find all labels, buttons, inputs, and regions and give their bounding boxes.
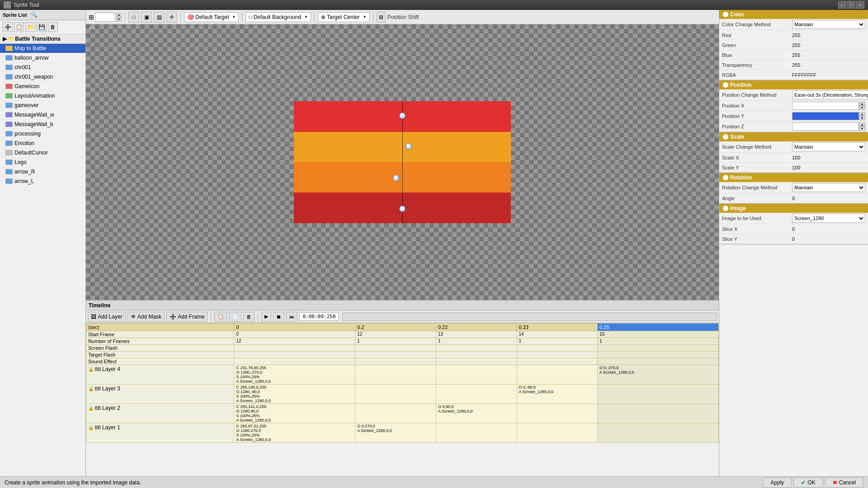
layer-kf-0.2[interactable] [355,365,436,385]
sidebar-search-icon[interactable]: 🔍 [31,12,38,18]
layer-kf-0.2[interactable] [355,385,436,404]
layer-kf-0.25[interactable] [598,385,719,404]
pos-z-up[interactable]: ▲ [859,122,865,127]
sidebar-item-arrow_L[interactable]: arrow_L [0,177,85,186]
col-0-22[interactable]: 0.22 [436,324,517,331]
pos-y-down[interactable]: ▼ [859,116,865,120]
timeline-table-wrapper[interactable]: (sec) 0 0.2 0.22 0.23 0.25 Start Frame01… [86,323,719,476]
tl-copy-btn[interactable]: 📋 [214,312,227,322]
sidebar-item-chr001_weapon[interactable]: chr001_weapon [0,72,85,82]
position-shift-icon-btn[interactable]: ⊞ [377,12,386,23]
zoom-down-btn[interactable]: ▼ [116,17,122,22]
layer-kf-0.2[interactable] [355,404,436,423]
sidebar-item-gameover[interactable]: gameover [0,101,85,110]
tl-delete-btn[interactable]: 🗑 [243,312,255,322]
tree-group-battle-transitions[interactable]: ▶ 📁 Battle Transitions [0,34,85,44]
pos-z-down[interactable]: ▼ [859,127,865,131]
layer-kf-0.22[interactable] [436,423,517,443]
layer-kf-0.25[interactable]: O 0,-270,0 A Screen_1280,0,0 [598,365,719,385]
win-maximize[interactable]: □ [847,1,855,9]
pos-z-input[interactable]: 0 [792,122,859,131]
layer-kf-0.23[interactable]: O 0,-90,0 A Screen_1280,0,0 [517,385,598,404]
layer-kf-0.22[interactable] [436,385,517,404]
tl-play-btn[interactable]: ▶ [261,312,271,322]
sidebar-item-LayoutAnimation[interactable]: LayoutAnimation [0,91,85,101]
sidebar-item-Emotion[interactable]: Emotion [0,139,85,148]
pos-x-up[interactable]: ▲ [859,102,865,106]
sidebar-item-DefaultCursor[interactable]: DefaultCursor [0,148,85,158]
sidebar-delete-btn[interactable]: 🗑 [48,22,58,32]
sep5 [373,12,373,22]
pos-y-up[interactable]: ▲ [859,112,865,116]
color-method-select[interactable]: Maintain [792,20,865,29]
col-0-23[interactable]: 0.23 [517,324,598,331]
pos-method-row: Position Change Method Ease-out 3x (Dece… [719,89,868,101]
pos-x-down[interactable]: ▼ [859,106,865,110]
view-btn-1[interactable]: □ [128,12,139,23]
rotation-section-label: Rotation [730,174,752,181]
tl-stop-btn[interactable]: ⏹ [273,312,284,322]
view-btn-2[interactable]: ▣ [141,12,152,23]
sidebar-add-btn[interactable]: ➕ [3,22,13,32]
sidebar-copy-btn[interactable]: 📋 [14,22,24,32]
col-0-2[interactable]: 0.2 [355,324,436,331]
ok-button[interactable]: ✔ OK [793,478,823,488]
pos-x-input[interactable]: 0 [792,102,859,110]
sidebar-item-balloon_arrow[interactable]: balloon_arrow [0,53,85,63]
slice-x-label: Slice X [722,226,792,232]
sidebar-item-GameIcon[interactable]: GameIcon [0,82,85,91]
sidebar-folder-btn[interactable]: 📁 [25,22,35,32]
layer-kf-0.25[interactable] [598,423,719,443]
sidebar-item-map-to-battle[interactable]: Map to Battle [0,44,85,53]
sidebar-item-processing[interactable]: processing [0,129,85,139]
view-btn-4[interactable]: ✛ [166,12,177,23]
handle-bottom[interactable] [399,206,406,212]
cancel-x-icon: ✖ [833,479,837,486]
scale-method-select[interactable]: Maintain [792,142,865,151]
win-minimize[interactable]: ─ [838,1,846,9]
win-close[interactable]: × [856,1,864,9]
tl-paste-btn[interactable]: 📄 [229,312,241,322]
sidebar-item-label-processing: processing [14,131,41,137]
pos-y-input[interactable]: -270 [792,112,859,120]
layer-kf-0.2[interactable]: O 0,270,0 A Screen_1280,0,0 [355,423,436,443]
layer-kf-0.23[interactable] [517,365,598,385]
cell-Screen Flash-2 [436,345,517,352]
sidebar-item-arrow_R[interactable]: arrow_R [0,167,85,177]
apply-button[interactable]: Apply [763,478,792,488]
layer-row-layer_1: 🔒 BB Layer 1C 255,87,51,255 O 1280,270,0… [86,423,719,443]
sidebar-item-chr001[interactable]: chr001 [0,63,85,72]
col-0-25[interactable]: 0.25 [598,324,719,331]
cancel-button[interactable]: ✖ Cancel [825,478,863,488]
handle-top[interactable] [399,113,406,119]
layer-kf-0.23[interactable] [517,423,598,443]
layer-kf-0.22[interactable] [436,365,517,385]
DefaultCursor-icon [5,150,13,155]
zoom-up-btn[interactable]: ▲ [116,13,122,17]
add-frame-btn[interactable]: ➕ Add Frame [166,312,208,322]
timeline-scrubber[interactable] [342,313,717,321]
sidebar-item-MessageWait_b[interactable]: MessageWait_b [0,120,85,129]
view-btn-3[interactable]: ▨ [154,12,165,23]
pos-method-select[interactable]: Ease-out 3x (Deceleration, Strong) [792,90,868,99]
layer-kf-0.22[interactable]: O 0,90,0 A Screen_1280,0,0 [436,404,517,423]
default-background-dropdown[interactable]: □ Default Background ▼ [245,12,311,22]
rot-method-select[interactable]: Maintain [792,183,865,192]
handle-mid-lower[interactable] [393,175,399,181]
sidebar-item-Logo[interactable]: Logo [0,158,85,167]
handle-mid-upper[interactable] [406,143,412,150]
rot-method-label: Rotation Change Method [722,185,792,190]
image-used-select[interactable]: Screen_1280 [792,214,865,223]
zoom-input[interactable]: 0.50 [95,13,115,22]
layer-kf-0.23[interactable] [517,404,598,423]
target-center-dropdown[interactable]: ⊕ Target Center ▼ [318,12,370,22]
col-0[interactable]: 0 [234,324,355,331]
add-layer-btn[interactable]: 🖼 Add Layer [88,312,126,322]
sidebar-item-MessageWait_w[interactable]: MessageWait_w [0,110,85,120]
scale-section-label: Scale [730,134,744,140]
add-mask-btn[interactable]: 👁 Add Mask [127,312,165,322]
layer-kf-0.25[interactable] [598,404,719,423]
sidebar-save-btn[interactable]: 💾 [37,22,47,32]
default-target-dropdown[interactable]: 🎯 Default Target ▼ [184,12,239,22]
tl-loop-btn[interactable]: ⏭ [286,312,297,322]
